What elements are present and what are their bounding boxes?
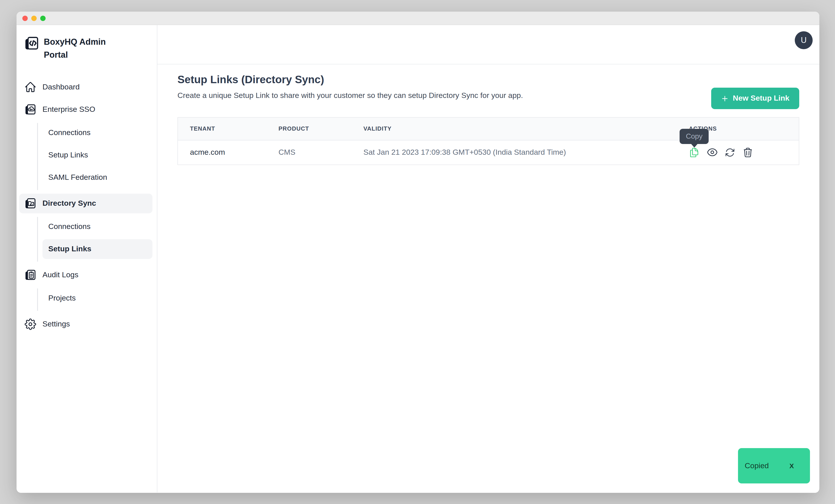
sidebar-item-enterprise-sso[interactable]: Enterprise SSO (19, 100, 152, 119)
enterprise-sso-icon (24, 103, 37, 116)
window-titlebar (17, 12, 819, 25)
sidebar-item-label: Enterprise SSO (42, 105, 95, 114)
home-icon (24, 81, 37, 94)
topbar: U (157, 25, 819, 64)
toast-message: Copied (745, 461, 769, 470)
audit-logs-icon (24, 269, 37, 281)
sidebar-item-label: Projects (48, 294, 76, 303)
main-area: U Setup Links (Directory Sync) Create a … (157, 25, 819, 492)
sidebar-item-dsync-connections[interactable]: Connections (42, 217, 152, 237)
trash-icon (742, 147, 753, 158)
audit-logs-subnav: Projects (37, 288, 152, 311)
new-setup-link-button[interactable]: New Setup Link (711, 88, 799, 109)
sidebar-item-label: Connections (48, 222, 90, 231)
enterprise-sso-subnav: Connections Setup Links SAML Federation (37, 123, 152, 190)
sidebar-item-saml-federation[interactable]: SAML Federation (42, 168, 152, 187)
user-avatar[interactable]: U (795, 31, 813, 49)
page-description: Create a unique Setup Link to share with… (178, 91, 799, 100)
page-content: Setup Links (Directory Sync) Create a un… (157, 64, 819, 165)
copy-icon (689, 147, 699, 158)
column-header-tenant: TENANT (178, 118, 266, 140)
view-action-button[interactable] (707, 147, 717, 158)
eye-icon (707, 147, 718, 158)
sidebar-item-label: Setup Links (48, 245, 91, 254)
toast-close-button[interactable]: X (789, 462, 794, 469)
copied-toast: Copied X (738, 448, 810, 483)
sidebar-nav: Dashboard Enterprise SSO (17, 77, 157, 337)
sidebar-item-sso-connections[interactable]: Connections (42, 123, 152, 143)
sidebar-item-label: Connections (48, 128, 90, 137)
regenerate-action-button[interactable] (725, 147, 735, 158)
sidebar-item-projects[interactable]: Projects (42, 288, 152, 308)
sidebar-item-label: Directory Sync (42, 199, 96, 208)
column-header-validity: VALIDITY (351, 118, 687, 140)
cell-tenant: acme.com (178, 140, 266, 165)
boxyhq-logo-icon (24, 36, 39, 51)
sidebar-item-audit-logs[interactable]: Audit Logs (19, 265, 152, 285)
desktop-background: BoxyHQ Admin Portal Dashboard (0, 0, 835, 504)
sidebar-item-label: Settings (42, 320, 70, 329)
sidebar-item-settings[interactable]: Settings (19, 315, 152, 334)
sidebar-item-dsync-setup-links[interactable]: Setup Links (42, 239, 152, 259)
sidebar-item-label: SAML Federation (48, 173, 107, 182)
cell-validity: Sat Jan 21 2023 17:09:38 GMT+0530 (India… (351, 140, 687, 165)
copy-action-button[interactable]: Copy (689, 147, 699, 158)
sidebar-item-label: Dashboard (42, 83, 80, 92)
new-setup-link-label: New Setup Link (733, 94, 789, 103)
copy-tooltip-label: Copy (686, 133, 703, 140)
column-header-product: PRODUCT (266, 118, 351, 140)
delete-action-button[interactable] (742, 147, 753, 158)
sidebar-item-label: Setup Links (48, 151, 88, 160)
minimize-window-button[interactable] (31, 16, 37, 21)
sidebar: BoxyHQ Admin Portal Dashboard (17, 25, 157, 492)
sidebar-item-label: Audit Logs (42, 270, 78, 280)
directory-sync-icon (24, 197, 37, 210)
copy-tooltip: Copy (680, 129, 709, 144)
zoom-window-button[interactable] (40, 16, 46, 21)
plus-icon (721, 95, 729, 102)
gear-icon (24, 318, 37, 330)
setup-links-table: TENANT PRODUCT VALIDITY ACTIONS acme.com… (178, 117, 799, 165)
sidebar-item-dashboard[interactable]: Dashboard (19, 77, 152, 97)
brand-name: BoxyHQ Admin Portal (44, 36, 115, 61)
page-title: Setup Links (Directory Sync) (178, 73, 799, 86)
app-window: BoxyHQ Admin Portal Dashboard (17, 12, 819, 493)
sidebar-item-sso-setup-links[interactable]: Setup Links (42, 145, 152, 165)
table-row: acme.com CMS Sat Jan 21 2023 17:09:38 GM… (178, 140, 799, 165)
cell-product: CMS (266, 140, 351, 165)
brand: BoxyHQ Admin Portal (17, 25, 157, 61)
avatar-initial: U (801, 36, 807, 45)
sidebar-item-directory-sync[interactable]: Directory Sync (19, 194, 152, 213)
directory-sync-subnav: Connections Setup Links (37, 217, 152, 262)
refresh-icon (725, 147, 735, 158)
close-window-button[interactable] (22, 16, 28, 21)
